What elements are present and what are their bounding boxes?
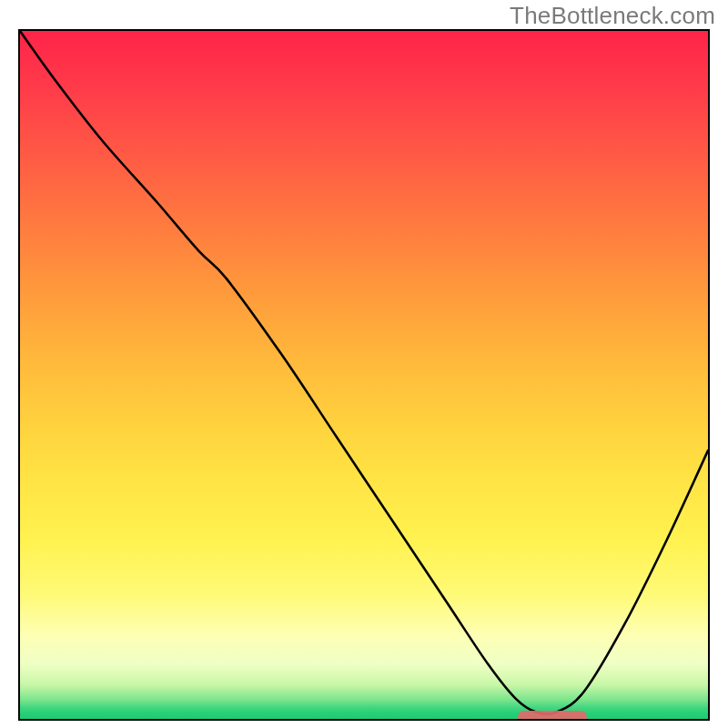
plot-area bbox=[18, 29, 710, 721]
optimal-range-marker bbox=[518, 711, 587, 721]
bottleneck-curve bbox=[20, 31, 708, 719]
watermark-text: TheBottleneck.com bbox=[510, 2, 715, 30]
chart-container: TheBottleneck.com bbox=[0, 0, 728, 728]
